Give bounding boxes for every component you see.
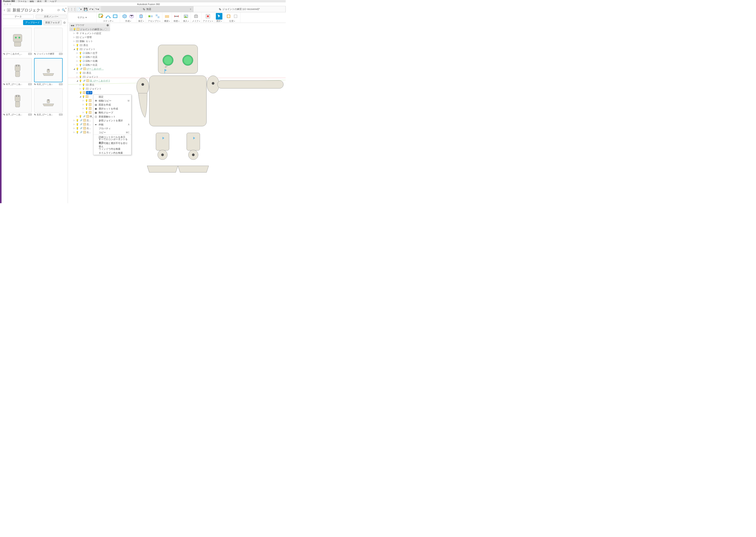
decal-icon[interactable] [183,13,189,20]
ribbon-label[interactable]: 修正 [138,20,144,22]
plane-icon[interactable] [164,13,170,20]
tree-joints[interactable]: ◢💡ジョイント [69,47,110,51]
redo-icon[interactable]: ↷▾ [94,6,100,12]
tree-root[interactable]: ▢💡ジョイントの練習 (v... [69,27,110,31]
svg-rect-3 [113,15,117,18]
revert-position-icon[interactable] [232,13,239,20]
addin-icon[interactable] [205,13,211,20]
workspace-selector[interactable]: モデル ▾ [68,12,96,22]
menu-label: 図面を作成 [99,103,111,106]
tree-component-robo[interactable]: ◢💡ぴーこあロボ:... [69,67,110,71]
select-icon[interactable] [216,13,222,20]
context-menu-item[interactable]: 固定 [94,95,131,99]
context-menu-item[interactable]: 選択可能と選択不可を切り替え [94,143,131,147]
as-built-joint-icon[interactable] [154,13,161,20]
undo-icon[interactable]: ↶▾ [89,6,94,12]
thumbnail-item[interactable]: 右足_ぴーこあ...V1 [34,58,63,86]
tree-doc-settings[interactable]: ▷ドキュメントの設定 [69,31,110,35]
refresh-icon[interactable]: ⟳ [57,8,60,12]
context-menu-item[interactable]: ▤図面を作成 [94,103,131,107]
tree-origin[interactable]: ▷💡原点 [69,43,110,47]
tree-joint-item[interactable]: ▷💡回転ー右足 [69,63,110,67]
gear-icon[interactable]: ⚙ [63,21,66,24]
window-titlebar: Autodesk Fusion 360 [2,2,286,6]
thumbnail-item[interactable]: 左手_ぴーこあ...V1 [3,88,32,116]
svg-point-39 [141,83,144,86]
rectangle-icon[interactable] [112,13,118,20]
tree-head-joint[interactable]: ▷💡ジョイント [69,87,110,91]
rigid-icon: ▦ [94,111,97,114]
print-icon[interactable] [193,13,199,20]
tab-data[interactable]: データ [2,15,34,19]
sketch-create-icon[interactable] [98,13,104,20]
save-icon[interactable]: 💾 [83,6,89,12]
context-menu-item[interactable]: ▣選択セットを作成 [94,107,131,111]
tree-component-head[interactable]: ◢💡頭_ぴーこあロボ:1 [69,79,110,83]
data-panel-tabs: データ 共有メンバー [2,14,68,20]
ribbon-label[interactable]: 選択 [216,20,222,22]
os-menubar: Fusion 360 ファイル 編集 表示 窓 ヘルプ [2,0,286,2]
ribbon-label[interactable]: アセンブリ [148,20,160,22]
doc-tab-joints[interactable]: ジョイントの練習 (v1~recovered)* [193,6,286,12]
tree-contact-set[interactable]: ▷接触: セット [69,39,110,43]
context-menu-item[interactable]: ✥移動/コピーM [94,99,131,103]
close-icon[interactable]: × [190,8,191,11]
thumbnail-item[interactable]: ぴーこあロボ_...V1 [3,28,32,56]
ribbon-label[interactable]: アドイン [203,20,213,22]
ribbon-label[interactable]: メイク [192,20,200,22]
context-menu-item[interactable]: プロパティ [94,126,131,130]
upload-button[interactable]: アップロード [23,20,42,25]
thumbnail-item[interactable]: 左足_ぴーこあ...V1 [34,88,63,116]
extrude-icon[interactable] [128,13,135,20]
ribbon-label[interactable]: 挿入 [183,20,189,22]
cube-icon [219,8,221,10]
data-panel: × ‹ ◬ 新規プロジェクト ⟳ 🔍 データ 共有メンバー アップロード 新規フ… [2,6,68,203]
capture-position-icon[interactable] [225,13,232,20]
menu-label: ウィンドウ内を検索 [99,147,120,151]
version-badge: V1 [28,113,32,116]
ribbon-label[interactable]: 作成 [125,20,131,22]
tree-comp-joint[interactable]: ▷💡ジョイント [69,75,110,79]
svg-rect-32 [149,76,207,126]
box-icon[interactable] [121,13,128,20]
doc-tab-untitled[interactable]: 無題 × [101,6,193,12]
back-icon[interactable]: ‹ [4,8,5,12]
activate-radio[interactable] [105,28,107,30]
context-menu-item[interactable]: コピー⌘C [94,130,131,134]
ribbon-label[interactable]: 構築 [164,20,170,22]
new-folder-button[interactable]: 新規フォルダ [43,20,62,25]
tree-joint-item[interactable]: ▷💡回転ー右腕 [69,59,110,63]
tree-head-eye[interactable]: 💡目:3 [69,91,110,95]
ribbon-group-modify: 修正 [136,12,146,22]
context-menu-item[interactable]: ◫新規接触セット [94,114,131,118]
thumbnail-item[interactable]: ジョイントの練習V1 [34,28,63,56]
tree-head-origin[interactable]: ▷💡原点 [69,83,110,87]
angle-label: -1° [165,65,168,68]
joint-icon[interactable] [147,13,154,20]
svg-rect-7 [158,16,160,18]
context-menu-item[interactable]: ウィンドウ内を検索 [94,147,131,151]
tree-view-mgmt[interactable]: ▷ビュー管理 [69,35,110,39]
context-menu-item[interactable]: 参照ジョイントを選択 [94,118,131,122]
ribbon-label[interactable]: 位置 [229,20,235,22]
close-icon[interactable]: × [65,7,67,10]
tree-comp-origin[interactable]: ▷💡原点 [69,71,110,75]
tab-members[interactable]: 共有メンバー [36,15,67,19]
traffic-lights[interactable] [2,3,11,5]
context-menu-item[interactable]: ▦剛性グループ [94,111,131,114]
ribbon-label[interactable]: スケッチ [103,20,113,22]
data-panel-icon[interactable]: ⋮⋮⋮ [68,6,75,12]
press-pull-icon[interactable] [138,13,144,20]
browser-header[interactable]: ◀◀ ブラウザ [69,23,110,27]
tree-joint-item[interactable]: ▷💡回転ー左足 [69,55,110,59]
line-icon[interactable] [105,13,111,20]
tree-joint-item[interactable]: ▷💡回転ー左手 [69,51,110,55]
measure-icon[interactable] [173,13,180,20]
context-menu-item[interactable]: タイムライン内を検索 [94,151,131,155]
context-menu-item[interactable]: ●外観A [94,122,131,126]
thumbnail-item[interactable]: 右手_ぴーこあ...V1 [3,58,32,86]
drawing-icon: ▤ [94,103,97,106]
file-menu-icon[interactable]: 📄▾ [75,6,83,12]
ribbon-label[interactable]: 検査 [173,20,179,22]
pin-icon[interactable] [107,24,109,26]
